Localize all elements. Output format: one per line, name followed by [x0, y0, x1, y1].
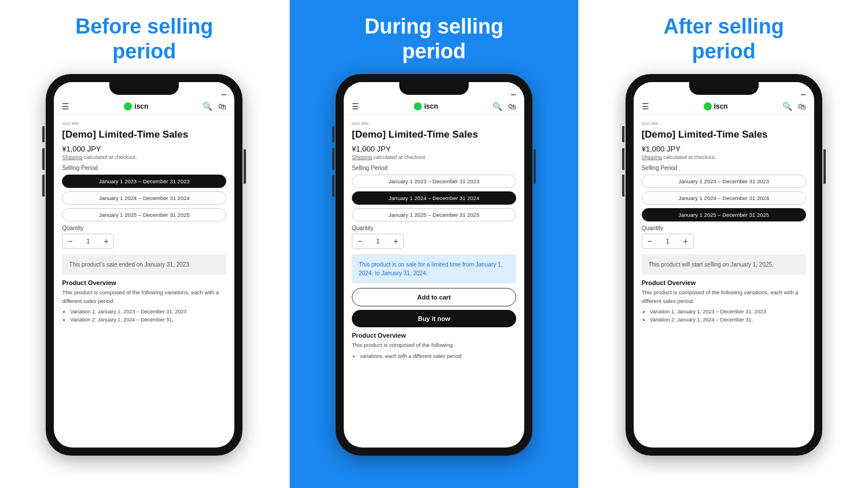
menu-icon[interactable]: ☰ [642, 102, 649, 111]
phone-side-button [332, 175, 334, 197]
logo-dot [704, 102, 712, 110]
cart-icon[interactable]: 🛍 [508, 102, 516, 111]
panel-before: Before sellingperiod▪▪▪ ☰ iscn 🔍 🛍 iscn … [0, 0, 289, 488]
variant-button-0[interactable]: January 1 2023 – December 31 2023 [642, 175, 806, 188]
variant-button-0[interactable]: January 1 2023 – December 31 2023 [352, 175, 516, 188]
product-title: [Demo] Limited-Time Sales [642, 128, 806, 141]
breadcrumb: iscn title [642, 121, 806, 126]
product-content: iscn title[Demo] Limited-Time Sales¥1,00… [54, 115, 234, 330]
variant-button-1[interactable]: January 1 2024 – December 31 2024 [352, 191, 516, 205]
store-logo: iscn [414, 102, 438, 110]
search-icon[interactable]: 🔍 [203, 102, 212, 111]
shipping-info: Shipping calculated at checkout. [642, 154, 806, 160]
phone-side-button [622, 126, 624, 142]
product-overview-text: This product is composed of the followin… [62, 289, 226, 305]
nav-icons: 🔍 🛍 [782, 102, 806, 111]
phone-side-button-right [244, 149, 246, 184]
panel-title-before: Before sellingperiod [75, 14, 213, 64]
store-logo: iscn [704, 102, 728, 110]
breadcrumb: iscn title [62, 121, 226, 126]
shipping-link[interactable]: Shipping [352, 154, 372, 160]
quantity-value: 1 [657, 238, 678, 245]
phone-notch [109, 82, 179, 95]
phone-screen: ▪▪▪ ☰ iscn 🔍 🛍 iscn title[Demo] Limited-… [54, 82, 234, 448]
phone-side-button [622, 148, 624, 170]
quantity-decrement[interactable]: − [352, 234, 367, 248]
status-icons: ▪▪▪ [801, 92, 806, 97]
nav-bar: ☰ iscn 🔍 🛍 [634, 98, 814, 115]
variant-button-2[interactable]: January 1 2025 – December 31 2025 [352, 208, 516, 221]
product-overview-text: This product is composed of the followin… [642, 289, 806, 305]
variant-button-2[interactable]: January 1 2025 – December 31 2025 [642, 208, 806, 221]
list-item: Variation 1: January 1, 2023 – December … [650, 308, 806, 316]
quantity-label: Quantity [352, 225, 516, 231]
buy-now-button[interactable]: Buy it now [352, 310, 516, 327]
phone-side-button [332, 126, 334, 142]
quantity-stepper[interactable]: − 1 + [62, 234, 114, 249]
variant-button-1[interactable]: January 1 2024 – December 31 2024 [642, 191, 806, 205]
add-to-cart-button[interactable]: Add to cart [352, 288, 516, 306]
list-item: Variation 1: January 1, 2023 – December … [70, 308, 226, 316]
shipping-link[interactable]: Shipping [642, 154, 662, 160]
status-icons: ▪▪▪ [222, 92, 227, 97]
variant-button-2[interactable]: January 1 2025 – December 31 2025 [62, 208, 226, 221]
phone-after: ▪▪▪ ☰ iscn 🔍 🛍 iscn title[Demo] Limited-… [626, 74, 822, 456]
info-message-box: This product's sale ended on January 31,… [62, 254, 226, 275]
shipping-link[interactable]: Shipping [62, 154, 82, 160]
product-overview-list: Variation 1: January 1, 2023 – December … [62, 308, 226, 324]
product-overview-title: Product Overview [352, 332, 516, 339]
phone-side-button [42, 175, 45, 197]
quantity-decrement[interactable]: − [642, 234, 657, 248]
selling-period-label: Selling Period [642, 165, 806, 171]
phone-side-button [332, 148, 334, 170]
panel-after: After sellingperiod▪▪▪ ☰ iscn 🔍 🛍 iscn t… [579, 0, 868, 488]
menu-icon[interactable]: ☰ [352, 102, 359, 111]
variant-button-1[interactable]: January 1 2024 – December 31 2024 [62, 191, 226, 205]
status-icons: ▪▪▪ [511, 92, 516, 97]
phone-side-button [42, 148, 45, 170]
product-title: [Demo] Limited-Time Sales [352, 128, 516, 141]
quantity-increment[interactable]: + [388, 234, 403, 248]
phone-screen: ▪▪▪ ☰ iscn 🔍 🛍 iscn title[Demo] Limited-… [634, 82, 814, 448]
quantity-increment[interactable]: + [678, 234, 693, 248]
quantity-stepper[interactable]: − 1 + [642, 234, 694, 249]
selling-period-label: Selling Period [352, 165, 516, 171]
quantity-increment[interactable]: + [98, 234, 113, 248]
product-title: [Demo] Limited-Time Sales [62, 128, 226, 141]
product-price: ¥1,000 JPY [352, 145, 516, 153]
phone-during: ▪▪▪ ☰ iscn 🔍 🛍 iscn title[Demo] Limited-… [336, 74, 532, 456]
store-logo: iscn [124, 102, 148, 110]
menu-icon[interactable]: ☰ [62, 102, 69, 111]
list-item: variations, each with a different sales … [360, 352, 516, 360]
cart-icon[interactable]: 🛍 [218, 102, 226, 111]
breadcrumb: iscn title [352, 121, 516, 126]
quantity-label: Quantity [62, 225, 226, 231]
phone-side-button-right [823, 149, 826, 184]
shipping-info: Shipping calculated at checkout. [62, 154, 226, 160]
phone-side-button [42, 126, 45, 142]
quantity-decrement[interactable]: − [62, 234, 78, 248]
nav-bar: ☰ iscn 🔍 🛍 [344, 98, 524, 115]
quantity-label: Quantity [642, 225, 806, 231]
product-overview-title: Product Overview [642, 279, 806, 286]
product-overview-text: This product is composed of the followin… [352, 341, 516, 349]
product-overview-list: variations, each with a different sales … [352, 352, 516, 360]
product-content: iscn title[Demo] Limited-Time Sales¥1,00… [344, 115, 524, 366]
store-name: iscn [134, 102, 148, 110]
search-icon[interactable]: 🔍 [782, 102, 792, 111]
quantity-stepper[interactable]: − 1 + [352, 234, 404, 249]
cart-icon[interactable]: 🛍 [798, 102, 806, 111]
product-price: ¥1,000 JPY [62, 145, 226, 153]
info-message-box: This product will start selling on Janua… [642, 254, 806, 275]
shipping-info: Shipping calculated at checkout. [352, 154, 516, 160]
search-icon[interactable]: 🔍 [492, 102, 502, 111]
nav-icons: 🔍 🛍 [492, 102, 516, 111]
product-content: iscn title[Demo] Limited-Time Sales¥1,00… [634, 115, 814, 330]
store-name: iscn [424, 102, 438, 110]
phone-side-button-right [534, 149, 536, 184]
variant-button-0[interactable]: January 1 2023 – December 31 2023 [62, 175, 226, 188]
panel-title-during: During sellingperiod [365, 14, 503, 64]
list-item: Variation 2: January 1, 2024 – December … [650, 316, 806, 324]
phone-notch [399, 82, 469, 95]
product-price: ¥1,000 JPY [642, 145, 806, 153]
